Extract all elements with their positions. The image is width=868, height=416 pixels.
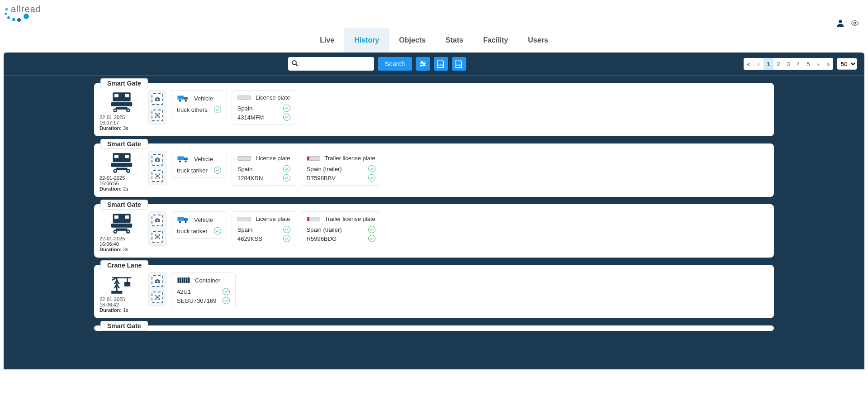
page-next[interactable]: › [813, 58, 823, 70]
info-value: truck tanker [177, 228, 208, 234]
info-row: Spain (trailer) [307, 165, 375, 172]
record: Smart Gate [94, 325, 774, 331]
info-value: Spain (trailer) [307, 166, 342, 172]
nav-facility[interactable]: Facility [473, 28, 518, 53]
record-thumbnail[interactable]: 22-01-2025 16:06:56Duration: 2s [100, 151, 144, 191]
page-5[interactable]: 5 [803, 58, 813, 70]
camera-button[interactable] [152, 154, 163, 166]
plate-icon [237, 96, 251, 100]
svg-point-62 [185, 221, 187, 223]
card-label: License plate [256, 215, 290, 222]
svg-point-36 [114, 170, 116, 172]
filter-button[interactable] [416, 57, 430, 71]
record-thumbnail[interactable]: 22-01-2025 16:06:42Duration: 1s [100, 272, 144, 313]
svg-point-39 [157, 159, 158, 161]
page-4[interactable]: 4 [793, 58, 803, 70]
svg-point-9 [421, 65, 422, 66]
check-icon [214, 167, 221, 174]
search-button[interactable]: Search [378, 57, 412, 71]
info-value: 1284KRN [237, 175, 263, 182]
eye-toggle-icon[interactable] [851, 19, 859, 27]
export-csv-button[interactable]: CSV [434, 57, 448, 71]
svg-rect-31 [125, 155, 129, 158]
trailer-plate-icon [307, 156, 320, 161]
svg-rect-32 [111, 163, 132, 167]
check-icon [368, 235, 375, 242]
info-row: Spain [237, 105, 290, 112]
svg-rect-23 [157, 97, 159, 98]
check-icon [283, 105, 290, 112]
card-label: Vehicle [194, 216, 213, 223]
record-title: Smart Gate [100, 78, 148, 88]
info-value: R5996BDG [307, 235, 337, 242]
nav-live[interactable]: Live [310, 28, 344, 53]
card-label: License plate [256, 155, 290, 162]
page-3[interactable]: 3 [783, 58, 793, 70]
focus-button[interactable] [152, 170, 163, 182]
check-icon [223, 297, 230, 304]
info-card-vehicle: Vehicletruck tanker [171, 151, 227, 178]
svg-rect-50 [116, 229, 128, 231]
record-thumbnail[interactable]: 22-01-2025 16:06:40Duration: 3s [100, 211, 144, 252]
info-row: Spain [237, 226, 290, 233]
page-first[interactable]: « [744, 58, 754, 70]
camera-button[interactable] [152, 275, 163, 287]
info-value: SEGU7307169 [177, 297, 216, 304]
container-icon [177, 276, 190, 284]
info-row: truck tanker [177, 227, 221, 234]
info-row: R5996BDG [307, 235, 375, 242]
svg-point-54 [128, 231, 129, 233]
brand-text: allread [11, 4, 41, 14]
svg-rect-60 [184, 218, 187, 221]
info-value: Spain [237, 105, 252, 112]
info-row: 4629KSS [237, 235, 290, 242]
record-actions [148, 151, 166, 185]
svg-point-56 [157, 220, 158, 222]
camera-button[interactable] [152, 93, 163, 105]
svg-rect-59 [177, 217, 184, 220]
focus-button[interactable] [152, 231, 163, 243]
page-2[interactable]: 2 [773, 58, 783, 70]
svg-rect-24 [157, 115, 158, 116]
record-title: Smart Gate [100, 321, 148, 331]
info-row: SEGU7307169 [177, 297, 230, 304]
svg-rect-58 [157, 236, 158, 238]
svg-line-3 [296, 64, 298, 66]
page-prev[interactable]: ‹ [754, 58, 764, 70]
record-thumbnail[interactable]: 22-01-2025 16:07:17Duration: 3s [100, 90, 144, 131]
record-duration: Duration: 3s [100, 247, 144, 252]
record-duration: Duration: 3s [100, 125, 144, 131]
page-last[interactable]: » [823, 58, 833, 70]
focus-button[interactable] [152, 110, 163, 121]
svg-point-61 [179, 221, 181, 223]
check-icon [214, 106, 221, 113]
info-value: 42U1 [177, 288, 191, 295]
info-value: truck others [177, 106, 208, 113]
svg-rect-16 [116, 107, 128, 110]
record-duration: Duration: 1s [100, 307, 144, 313]
card-label: Vehicle [194, 156, 213, 163]
nav-objects[interactable]: Objects [389, 28, 436, 53]
user-icon[interactable] [835, 18, 845, 28]
page-1[interactable]: 1 [764, 58, 773, 70]
nav-stats[interactable]: Stats [436, 28, 473, 53]
nav-history[interactable]: History [344, 28, 389, 53]
check-icon [223, 288, 230, 295]
svg-text:XLSX: XLSX [456, 64, 462, 66]
export-xlsx-button[interactable]: XLSX [452, 57, 466, 71]
check-icon [368, 174, 375, 182]
nav-users[interactable]: Users [518, 28, 558, 53]
info-row: truck others [177, 106, 221, 113]
search-input[interactable] [288, 57, 374, 71]
brand-logo: allread [5, 5, 41, 21]
camera-button[interactable] [152, 215, 163, 226]
search-icon [291, 59, 299, 67]
svg-rect-26 [184, 97, 187, 100]
info-value: R7598BBV [307, 175, 336, 182]
info-value: 4629KSS [237, 235, 262, 242]
info-card-vehicle: Vehicletruck tanker [171, 211, 227, 239]
svg-point-53 [114, 231, 116, 233]
page-size-select[interactable]: 50 [837, 58, 857, 70]
focus-button[interactable] [152, 292, 163, 303]
truck-icon [177, 94, 190, 102]
